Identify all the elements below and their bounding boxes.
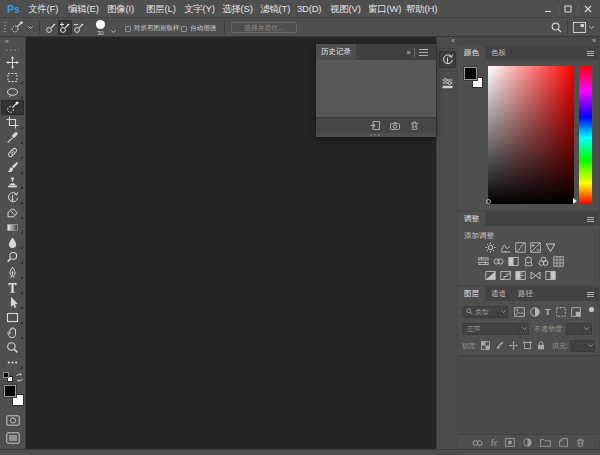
levels-icon[interactable] [500, 242, 511, 253]
history-list[interactable] [316, 60, 436, 117]
sample-all-layers-option[interactable]: 对所有图层取样 [125, 24, 180, 33]
tab-adjustments[interactable]: 调整 [458, 212, 485, 226]
quick-mask-button[interactable] [0, 415, 25, 426]
tool-dodge[interactable] [1, 250, 24, 265]
panel-menu-icon[interactable] [419, 49, 428, 56]
threshold-icon[interactable] [515, 270, 526, 281]
minimize-button[interactable] [538, 0, 558, 18]
tab-swatches[interactable]: 色板 [485, 46, 512, 60]
close-button[interactable] [578, 0, 598, 18]
menu-select[interactable]: 选择(S) [222, 0, 253, 18]
tab-color[interactable]: 颜色 [458, 46, 485, 60]
tool-clone-stamp[interactable] [1, 175, 24, 190]
new-layer-icon[interactable] [559, 438, 568, 447]
options-grip[interactable] [4, 22, 6, 33]
toolbar-grip[interactable] [6, 49, 19, 51]
layer-mask-icon[interactable] [505, 438, 515, 447]
tool-lasso[interactable] [1, 85, 24, 100]
hue-saturation-icon[interactable] [478, 256, 489, 267]
panel-menu-icon[interactable] [587, 51, 594, 56]
tool-eyedropper[interactable] [1, 130, 24, 145]
add-to-selection-mode-button[interactable] [58, 20, 72, 35]
new-selection-mode-button[interactable] [44, 20, 58, 35]
color-balance-icon[interactable] [493, 256, 504, 267]
search-icon[interactable] [551, 22, 562, 33]
hue-slider[interactable] [579, 66, 592, 204]
subtract-from-selection-mode-button[interactable] [72, 20, 86, 35]
curves-icon[interactable] [515, 242, 526, 253]
properties-dock-button[interactable] [439, 75, 456, 92]
foreground-color-swatch[interactable] [4, 385, 16, 397]
delete-layer-icon[interactable] [576, 438, 585, 447]
color-cursor[interactable] [486, 199, 491, 204]
select-and-mask-button[interactable]: 选择并遮住... [231, 22, 297, 33]
brush-size-picker[interactable]: 30 [92, 19, 109, 36]
tool-crop[interactable] [1, 115, 24, 130]
auto-enhance-checkbox[interactable] [181, 26, 187, 32]
lock-all-icon[interactable] [537, 341, 545, 350]
delete-state-icon[interactable] [410, 121, 419, 130]
filter-adjustment-layers-icon[interactable] [530, 307, 540, 317]
black-white-icon[interactable] [508, 256, 519, 267]
maximize-button[interactable] [558, 0, 578, 18]
tool-zoom[interactable] [1, 340, 24, 355]
toolbar-expand-button[interactable]: » [0, 37, 25, 47]
photo-filter-icon[interactable] [523, 256, 534, 267]
filter-pixel-layers-icon[interactable] [514, 307, 525, 317]
edit-toolbar-button[interactable] [1, 355, 24, 370]
menu-window[interactable]: 窗口(W) [368, 0, 401, 18]
tool-path-selection[interactable] [1, 295, 24, 310]
filter-toggle[interactable] [588, 306, 595, 313]
lock-position-icon[interactable] [509, 341, 518, 350]
layers-list[interactable] [458, 355, 599, 435]
tool-hand[interactable] [1, 325, 24, 340]
opacity-dropdown[interactable] [566, 323, 592, 335]
filter-type-layers-icon[interactable]: T [545, 307, 551, 317]
menu-layer[interactable]: 图层(L) [146, 0, 176, 18]
menu-help[interactable]: 帮助(H) [406, 0, 437, 18]
panel-dock-collapse-button[interactable]: » [457, 37, 600, 46]
swap-colors-icon[interactable] [15, 373, 24, 382]
panel-menu-icon[interactable] [587, 217, 594, 222]
new-document-from-state-icon[interactable] [370, 121, 380, 130]
menu-edit[interactable]: 编辑(E) [68, 0, 99, 18]
layer-style-icon[interactable]: fx [491, 438, 498, 448]
dock-expand-button[interactable]: « [437, 37, 458, 46]
blend-mode-dropdown[interactable]: 正常 [462, 323, 529, 335]
screen-mode-button[interactable] [0, 432, 25, 444]
hue-slider-marker[interactable] [573, 198, 577, 204]
tool-spot-healing-brush[interactable] [1, 145, 24, 160]
tool-quick-selection[interactable] [1, 100, 24, 115]
chevron-down-icon[interactable] [111, 30, 116, 33]
history-resize-handle[interactable] [316, 133, 436, 137]
menu-file[interactable]: 文件(F) [28, 0, 58, 18]
lock-pixels-icon[interactable] [495, 341, 504, 350]
foreground-color-swatch[interactable] [464, 67, 477, 80]
adjustment-layer-icon[interactable] [523, 438, 532, 447]
posterize-icon[interactable] [500, 270, 511, 281]
tab-paths[interactable]: 路径 [512, 287, 539, 301]
tool-move[interactable] [1, 55, 24, 70]
filter-smart-objects-icon[interactable] [571, 307, 581, 317]
sample-all-layers-checkbox[interactable] [125, 26, 131, 32]
tool-rectangular-marquee[interactable] [1, 70, 24, 85]
auto-enhance-option[interactable]: 自动增强 [181, 24, 216, 33]
brightness-contrast-icon[interactable] [485, 242, 496, 253]
workspace-switcher[interactable] [573, 22, 594, 33]
foreground-background-colors[interactable] [4, 385, 24, 406]
tab-channels[interactable]: 通道 [485, 287, 512, 301]
tab-history[interactable]: 历史记录 [316, 44, 356, 60]
history-collapse-button[interactable]: » [407, 48, 410, 57]
menu-type[interactable]: 文字(Y) [184, 0, 215, 18]
tab-layers[interactable]: 图层 [458, 287, 485, 301]
new-snapshot-icon[interactable] [390, 122, 400, 130]
filter-shape-layers-icon[interactable] [556, 307, 566, 317]
default-colors-button[interactable] [3, 372, 13, 382]
lock-transparency-icon[interactable] [481, 341, 490, 350]
selective-color-icon[interactable] [545, 270, 556, 281]
tool-pen[interactable] [1, 265, 24, 280]
menu-view[interactable]: 视图(V) [330, 0, 361, 18]
tool-brush[interactable] [1, 160, 24, 175]
menu-filter[interactable]: 滤镜(T) [260, 0, 290, 18]
lock-artboard-icon[interactable] [523, 341, 532, 350]
